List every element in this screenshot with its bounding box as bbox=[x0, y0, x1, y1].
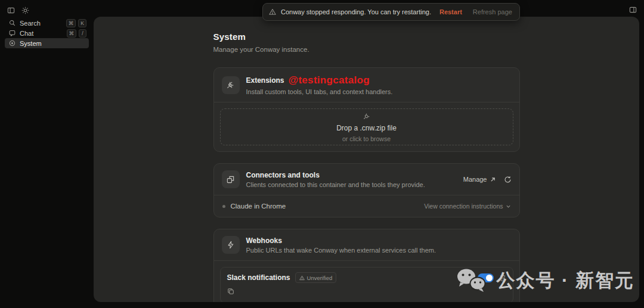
link-label: View connection instructions bbox=[424, 203, 503, 210]
page-subtitle: Manage your Conway instance. bbox=[213, 46, 520, 53]
warning-icon bbox=[299, 275, 305, 281]
window-controls bbox=[7, 7, 29, 14]
card-title: Webhooks bbox=[246, 237, 282, 245]
theme-sun-icon[interactable] bbox=[21, 7, 29, 14]
key-letter: / bbox=[79, 29, 86, 38]
card-title: Extensions bbox=[246, 76, 284, 85]
webhook-name: Slack notifications bbox=[227, 273, 290, 282]
sidebar-item-chat[interactable]: Chat ⌘ / bbox=[5, 28, 89, 38]
warning-icon bbox=[269, 8, 276, 15]
key-cmd: ⌘ bbox=[67, 29, 77, 38]
sidebar-item-system[interactable]: System bbox=[5, 38, 89, 48]
dropzone-title: Drop a .cnw.zip file bbox=[336, 124, 397, 132]
testingcatalog-watermark: @testingcatalog bbox=[289, 74, 370, 86]
sidebar-item-label: Chat bbox=[20, 30, 63, 37]
manage-button[interactable]: Manage bbox=[463, 176, 496, 183]
connectors-card: Connectors and tools Clients connected t… bbox=[213, 163, 520, 217]
client-row-claude-in-chrome: Claude in Chrome View connection instruc… bbox=[214, 195, 519, 217]
card-title: Connectors and tools bbox=[246, 171, 320, 179]
wechat-logo-icon bbox=[454, 267, 488, 294]
system-icon bbox=[9, 40, 16, 46]
arrow-up-right-icon bbox=[490, 177, 496, 182]
right-panel-toggle-icon[interactable] bbox=[629, 6, 637, 14]
toast-message: Conway stopped responding. You can try r… bbox=[281, 8, 431, 15]
sidebar-item-label: System bbox=[20, 40, 86, 47]
extension-dropzone[interactable]: Drop a .cnw.zip file or click to browse bbox=[220, 108, 513, 145]
status-dot bbox=[222, 205, 225, 208]
restart-button[interactable]: Restart bbox=[439, 8, 462, 15]
chevron-down-icon bbox=[506, 204, 511, 209]
wechat-watermark: 公众号 · 新智元 bbox=[454, 267, 634, 294]
refresh-page-button[interactable]: Refresh page bbox=[473, 8, 512, 15]
page-title: System bbox=[213, 32, 520, 42]
plug-icon bbox=[363, 112, 371, 120]
extensions-card: Extensions @testingcatalog Install custo… bbox=[213, 67, 520, 152]
blocks-icon bbox=[222, 170, 240, 188]
sidebar: Search ⌘ K Chat ⌘ / System bbox=[0, 18, 94, 48]
shortcut-keys: ⌘ / bbox=[67, 29, 87, 38]
chat-icon bbox=[9, 30, 16, 36]
badge-label: Unverified bbox=[307, 275, 333, 281]
refresh-icon[interactable] bbox=[504, 176, 512, 183]
sidebar-item-search[interactable]: Search ⌘ K bbox=[5, 18, 89, 28]
card-description: Clients connected to this container and … bbox=[246, 181, 457, 188]
main-panel: System Manage your Conway instance. Exte… bbox=[94, 17, 639, 302]
plug-icon bbox=[222, 76, 240, 94]
key-cmd: ⌘ bbox=[66, 19, 76, 27]
client-name: Claude in Chrome bbox=[231, 203, 425, 210]
view-connection-instructions-link[interactable]: View connection instructions bbox=[424, 203, 510, 210]
watermark-text: 公众号 · 新智元 bbox=[496, 268, 634, 293]
card-description: Public URLs that wake Conway when extern… bbox=[246, 247, 512, 254]
shortcut-keys: ⌘ K bbox=[66, 19, 86, 27]
dropzone-subtitle: or click to browse bbox=[342, 135, 391, 142]
card-description: Install custom tools, UI tabs, and conte… bbox=[246, 88, 512, 95]
sidebar-item-label: Search bbox=[20, 20, 62, 27]
unverified-badge: Unverified bbox=[295, 272, 337, 283]
key-letter: K bbox=[78, 19, 86, 27]
lightning-icon bbox=[222, 236, 240, 254]
copy-icon[interactable] bbox=[227, 288, 234, 295]
search-icon bbox=[9, 20, 16, 26]
toast-notification: Conway stopped responding. You can try r… bbox=[262, 3, 520, 21]
sidebar-toggle-icon[interactable] bbox=[7, 7, 15, 14]
manage-label: Manage bbox=[463, 176, 487, 183]
